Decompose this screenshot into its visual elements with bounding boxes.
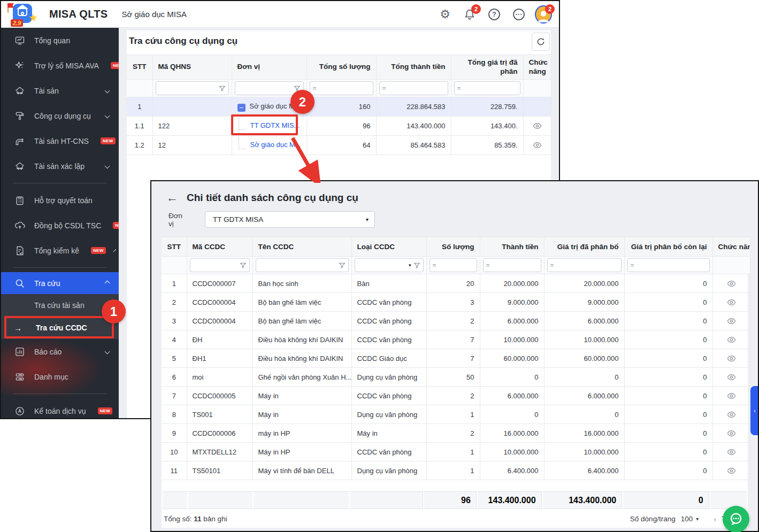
refresh-button[interactable] (532, 33, 550, 51)
view-icon[interactable] (727, 279, 736, 288)
sidebar-item-tai-san-xac-lap[interactable]: Tài sản xác lập (1, 153, 119, 179)
view-icon[interactable] (533, 121, 542, 130)
view-icon[interactable] (727, 429, 736, 438)
view-icon[interactable] (727, 335, 736, 344)
ccdc-table-row[interactable]: 9 CCDC000006 máy in HP Máy in 2 16.000.0… (162, 424, 750, 443)
table-row-child[interactable]: 1.2 12 Sở giáo dục M... 64 85.464.583 85… (127, 136, 551, 155)
view-icon[interactable] (727, 354, 736, 363)
view-icon[interactable] (727, 410, 736, 419)
filter-loai-ccdc-select[interactable] (358, 260, 407, 271)
topbar: 2.9 MISA QLTS Sở giáo dục MISA ⚙ 2 ? ···… (1, 1, 559, 28)
sidebar-item-ho-tro-quyet-toan[interactable]: Hỗ trợ quyết toán (1, 188, 119, 213)
filter-so-luong-input[interactable] (439, 260, 474, 271)
view-icon[interactable] (727, 317, 736, 326)
support-chat-button[interactable] (723, 506, 749, 532)
sidebar: Tổng quan Trợ lý số MISA AVA NEW Tài sản… (1, 28, 119, 418)
filter-thanh-tien-input[interactable] (388, 83, 445, 94)
table-row-child[interactable]: 1.1 122 TT GDTX MIS... 96 143.400.000 14… (127, 117, 551, 136)
collapse-panel-tab[interactable]: ‹ (750, 386, 759, 435)
sidebar-item-tong-kiem-ke[interactable]: Tổng kiểm kê NEW (1, 238, 119, 263)
catalog-list-icon (14, 371, 26, 383)
table-row-parent[interactable]: 1 −Sở giáo dục MISA 160 228.864.583 228.… (127, 97, 551, 117)
filter-ma-qhns-input[interactable] (159, 83, 217, 94)
ccdc-table-row[interactable]: 2 CCDC000004 Bộ bàn ghế làm việc CCDC vă… (162, 293, 750, 312)
annotation-step-2: 2 (290, 90, 315, 114)
filter-don-vi-input[interactable] (238, 83, 292, 94)
ellipsis-icon: ··· (513, 9, 525, 20)
help-button[interactable]: ? (487, 7, 501, 21)
dashboard-icon (14, 35, 26, 47)
organization-name[interactable]: Sở giáo dục MISA (121, 10, 187, 19)
ccdc-table-row[interactable]: 11 TS50101 Máy vi tính để bàn DELL Dụng … (162, 461, 750, 480)
unit-select[interactable]: TT GDTX MISA ▾ (205, 211, 375, 228)
filter-thanh-tien-input[interactable] (492, 260, 538, 271)
previous-page-button[interactable]: ‹ (714, 514, 716, 523)
ccdc-table-row[interactable]: 3 CCDC000004 Bộ bàn ghế làm việc CCDC vă… (162, 312, 750, 330)
new-badge: NEW (91, 247, 106, 254)
chat-bubble-icon (728, 511, 744, 527)
ccdc-table-row[interactable]: 4 ĐH Điều hòa không khí DAIKIN CCDC văn … (162, 330, 750, 349)
view-icon[interactable] (727, 391, 736, 400)
sidebar-item-bao-cao[interactable]: Báo cáo (1, 339, 119, 364)
filter-icon[interactable] (219, 85, 226, 92)
sidebar-item-danh-muc[interactable]: Danh mục (1, 364, 119, 389)
pagination-bar: Tổng số: 11 bản ghi Số dòng/trang 100 ▾ … (162, 510, 748, 528)
view-icon[interactable] (533, 141, 542, 150)
filter-ten-ccdc-input[interactable] (259, 260, 336, 271)
rows-per-page-label: Số dòng/trang (630, 515, 676, 523)
account-button[interactable]: 2 (536, 7, 550, 21)
sidebar-item-tong-quan[interactable]: Tổng quan (1, 28, 119, 53)
sidebar-item-tra-cuu-tai-san[interactable]: Tra cứu tài sản (1, 294, 119, 317)
chevron-down-icon (105, 88, 110, 94)
filter-icon[interactable] (339, 262, 346, 269)
col-ma-ccdc: Mã CCDC (187, 237, 252, 257)
sidebar-item-tai-san[interactable]: Tài sản (1, 78, 119, 103)
filter-so-luong-input[interactable] (319, 83, 370, 94)
col-chuc-nang: Chức năng (523, 55, 551, 80)
screen: 2.9 MISA QLTS Sở giáo dục MISA ⚙ 2 ? ···… (0, 0, 759, 532)
view-icon[interactable] (727, 448, 736, 457)
ccdc-table-row[interactable]: 8 TS001 Máy in Dụng cụ văn phòng 1 0 0 0 (162, 405, 750, 424)
sidebar-item-cong-cu-dung-cu[interactable]: Công cụ dụng cụ (1, 103, 119, 128)
view-icon[interactable] (727, 373, 736, 382)
settings-button[interactable]: ⚙ (438, 7, 452, 21)
col-tong-thanh-tien: Tổng thành tiền (376, 55, 451, 80)
view-icon[interactable] (727, 466, 736, 475)
clipboard-icon (14, 195, 26, 206)
total-allocated: 143.400.000 (543, 491, 623, 509)
col-gia-tri-con-lai: Giá trị phân bổ còn lại (624, 237, 712, 257)
detail-panel: ← Chi tiết danh sách công cụ dụng cụ Đơn… (150, 180, 759, 532)
sidebar-item-dong-bo-csdl[interactable]: Đồng bộ CSDL TSC NEW (1, 213, 119, 238)
collapse-icon[interactable]: − (237, 104, 246, 112)
ccdc-table-row[interactable]: 5 ĐH1 Điều hòa không khí DAIKIN CCDC Giá… (162, 349, 750, 368)
col-thanh-tien: Thành tiền (480, 237, 544, 257)
filter-icon[interactable] (240, 262, 247, 269)
ccdc-table-row[interactable]: 1 CCDC000007 Bàn học sinh Bàn 20 20.000.… (162, 274, 750, 293)
col-ten-ccdc: Tên CCDC (252, 237, 351, 257)
chevron-down-icon (105, 164, 110, 169)
filter-da-phan-bo-input[interactable] (556, 260, 618, 271)
sidebar-item-tai-san-ht-cns[interactable]: Tài sản HT-CNS NEW (1, 128, 119, 153)
view-icon[interactable] (727, 298, 736, 307)
filter-con-lai-input[interactable] (637, 260, 707, 271)
filter-gia-tri-input[interactable] (463, 83, 517, 94)
ccdc-table-row[interactable]: 10 MTXTDELL12 Máy in HP CCDC văn phòng 1… (162, 443, 750, 461)
more-button[interactable]: ··· (512, 7, 526, 21)
chevron-up-icon (105, 281, 110, 286)
notifications-button[interactable]: 2 (463, 7, 477, 21)
back-button[interactable]: ← (166, 192, 178, 204)
equals-icon: = (433, 261, 436, 269)
ccdc-table-row[interactable]: 7 CCDC000005 Máy in CCDC văn phòng 2 6.0… (162, 387, 750, 405)
sidebar-item-tra-cuu[interactable]: Tra cứu (1, 272, 119, 294)
equals-icon: = (550, 261, 554, 269)
record-count-value: 11 (194, 515, 201, 523)
filter-icon[interactable] (413, 262, 420, 269)
ccdc-table-row[interactable]: 6 moi Ghế ngồi văn phòng Xuân H... Dụng … (162, 368, 750, 387)
sidebar-item-ke-toan-dich-vu[interactable]: Kế toán dịch vụ NEW (1, 398, 119, 418)
filter-ma-ccdc-input[interactable] (193, 260, 237, 271)
chevron-down-icon (105, 349, 110, 354)
notification-badge: 2 (471, 4, 481, 14)
col-chuc-nang: Chức năng (712, 237, 750, 257)
rows-per-page-select[interactable]: 100 ▾ (681, 515, 699, 523)
sidebar-item-tro-ly-so[interactable]: Trợ lý số MISA AVA NEW (1, 53, 119, 78)
